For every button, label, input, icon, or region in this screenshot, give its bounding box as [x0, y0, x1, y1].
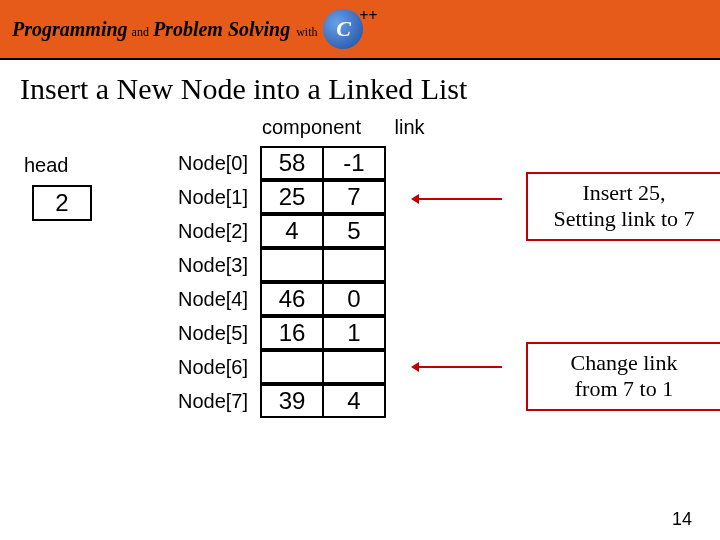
- node-label: Node[0]: [178, 152, 262, 175]
- cell-link: -1: [322, 146, 386, 180]
- cell-component: [260, 248, 324, 282]
- node-label: Node[3]: [178, 254, 262, 277]
- cell-link: 1: [322, 316, 386, 350]
- callout-insert: Insert 25, Setting link to 7: [526, 172, 720, 241]
- cell-link: [322, 350, 386, 384]
- node-label: Node[5]: [178, 322, 262, 345]
- table-row: Node[2] 4 5: [178, 214, 386, 248]
- table-row: Node[4] 46 0: [178, 282, 386, 316]
- page-number: 14: [672, 509, 692, 530]
- table-row: Node[5] 16 1: [178, 316, 386, 350]
- node-label: Node[2]: [178, 220, 262, 243]
- head-label: head: [24, 154, 92, 177]
- node-label: Node[1]: [178, 186, 262, 209]
- header-link: link: [395, 116, 425, 138]
- cell-component: 4: [260, 214, 324, 248]
- callout-line: Insert 25,: [538, 180, 710, 206]
- cell-component: 16: [260, 316, 324, 350]
- book-header: Programming and Problem Solving with C +…: [0, 0, 720, 58]
- title-with: with: [296, 25, 317, 40]
- head-value-box: 2: [32, 185, 92, 221]
- cell-link: 4: [322, 384, 386, 418]
- callout-change: Change link from 7 to 1: [526, 342, 720, 411]
- column-headers: component link: [262, 116, 425, 139]
- node-label: Node[7]: [178, 390, 262, 413]
- arrow-icon: [414, 366, 502, 368]
- table-row: Node[1] 25 7: [178, 180, 386, 214]
- head-area: head 2: [24, 154, 92, 221]
- cell-link: 0: [322, 282, 386, 316]
- cell-component: [260, 350, 324, 384]
- cell-link: 5: [322, 214, 386, 248]
- cell-component: 46: [260, 282, 324, 316]
- book-title: Programming and Problem Solving with C +…: [12, 9, 363, 49]
- title-word-problem-solving: Problem Solving: [153, 18, 290, 41]
- cpp-c: C: [336, 16, 351, 42]
- callout-line: Change link: [538, 350, 710, 376]
- title-and: and: [132, 25, 149, 40]
- title-word-programming: Programming: [12, 18, 128, 41]
- arrow-icon: [414, 198, 502, 200]
- cell-link: 7: [322, 180, 386, 214]
- table-row: Node[0] 58 -1: [178, 146, 386, 180]
- header-component: component: [262, 116, 361, 138]
- cell-component: 39: [260, 384, 324, 418]
- callout-line: from 7 to 1: [538, 376, 710, 402]
- callout-line: Setting link to 7: [538, 206, 710, 232]
- node-label: Node[4]: [178, 288, 262, 311]
- slide-title: Insert a New Node into a Linked List: [0, 60, 720, 114]
- node-table: Node[0] 58 -1 Node[1] 25 7 Node[2] 4 5 N…: [178, 146, 386, 418]
- cpp-plusplus: ++: [359, 7, 377, 25]
- cell-component: 58: [260, 146, 324, 180]
- cell-component: 25: [260, 180, 324, 214]
- cell-link: [322, 248, 386, 282]
- table-row: Node[6]: [178, 350, 386, 384]
- node-label: Node[6]: [178, 356, 262, 379]
- table-row: Node[3]: [178, 248, 386, 282]
- cpp-logo-icon: C ++: [323, 9, 363, 49]
- table-row: Node[7] 39 4: [178, 384, 386, 418]
